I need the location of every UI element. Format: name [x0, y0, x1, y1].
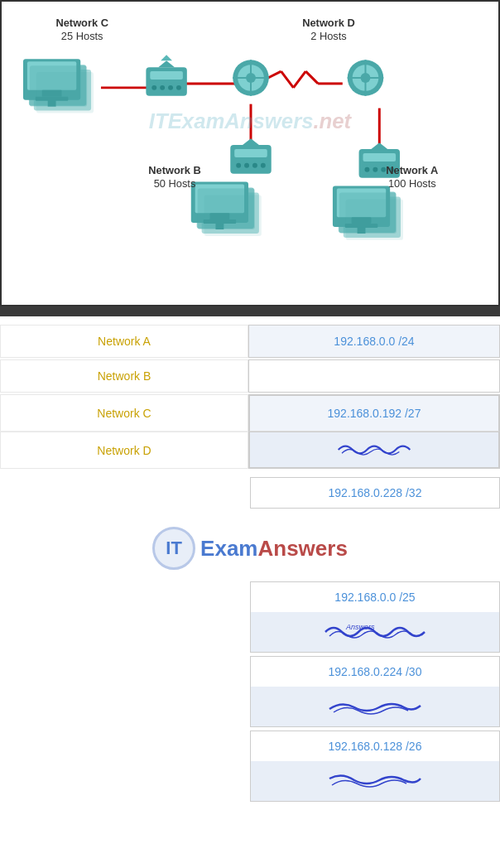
svg-point-48 — [381, 167, 386, 172]
extra-answer-2-scribble: Answers — [251, 612, 499, 652]
svg-point-23 — [168, 85, 173, 90]
svg-point-21 — [151, 85, 156, 90]
extra-answer-3-text: 192.168.0.224 /30 — [251, 657, 499, 687]
logo-it-text: IT — [166, 538, 182, 559]
svg-point-36 — [361, 73, 371, 83]
answer-network-b — [248, 359, 500, 393]
svg-point-31 — [246, 73, 256, 83]
svg-text:50 Hosts: 50 Hosts — [154, 177, 196, 190]
svg-text:ITExamAnswers.net: ITExamAnswers.net — [149, 109, 353, 133]
svg-text:Network D: Network D — [302, 17, 355, 29]
svg-text:Answers: Answers — [345, 623, 375, 631]
svg-rect-45 — [363, 153, 397, 162]
extra-answer-3-scribble — [251, 687, 499, 726]
label-network-d: Network D — [0, 432, 248, 469]
extra-answer-1-text: 192.168.0.228 /32 — [251, 478, 499, 508]
answer-network-d-scribble — [249, 432, 499, 468]
svg-text:Network C: Network C — [55, 17, 108, 29]
svg-rect-68 — [346, 199, 403, 239]
logo-it-circle: IT — [152, 527, 195, 570]
svg-rect-18 — [36, 72, 94, 113]
logo-examanswers: ExamAnswers — [200, 536, 348, 562]
diagram-svg: Network C 25 Hosts Network D 2 Hosts Net… — [2, 2, 498, 305]
separator-bar — [0, 306, 500, 316]
svg-point-22 — [160, 85, 165, 90]
quiz-row-network-b: Network B — [0, 359, 500, 393]
svg-rect-38 — [234, 149, 267, 157]
scribble-4 — [325, 769, 425, 793]
svg-rect-20 — [150, 71, 183, 80]
extra-answer-2-text: 192.168.0.0 /25 — [251, 582, 499, 612]
scribble-3 — [325, 694, 425, 719]
svg-text:Network B: Network B — [148, 164, 201, 176]
label-network-a: Network A — [0, 325, 248, 358]
svg-point-46 — [364, 167, 369, 172]
svg-text:25 Hosts: 25 Hosts — [61, 30, 103, 42]
quiz-row-network-a: Network A 192.168.0.0 /24 — [0, 325, 500, 358]
answer-network-c: 192.168.0.192 /27 — [249, 395, 499, 432]
svg-point-47 — [373, 167, 377, 172]
label-network-c: Network C — [0, 394, 248, 432]
network-diagram: Network C 25 Hosts Network D 2 Hosts Net… — [0, 0, 500, 306]
svg-text:Network A: Network A — [386, 164, 438, 176]
answer-network-a: 192.168.0.0 /24 — [248, 325, 500, 358]
extra-answer-4-text: 192.168.0.128 /26 — [251, 731, 499, 761]
svg-text:100 Hosts: 100 Hosts — [388, 177, 436, 190]
svg-text:2 Hosts: 2 Hosts — [310, 30, 347, 42]
extra-answer-2-container: 192.168.0.0 /25 Answers — [250, 581, 500, 653]
extra-answer-4-scribble — [251, 761, 499, 801]
svg-point-40 — [244, 163, 249, 168]
svg-point-42 — [261, 163, 266, 168]
quiz-area: Network A 192.168.0.0 /24 Network B Netw… — [0, 316, 500, 813]
logo-answers-text: Answers — [258, 536, 348, 561]
scribble-network-d — [325, 439, 424, 461]
label-network-b: Network B — [0, 359, 248, 393]
spacer1 — [0, 470, 500, 477]
extra-answer-1-container: 192.168.0.228 /32 — [250, 477, 500, 509]
svg-rect-59 — [204, 195, 262, 235]
extra-answer-3-container: 192.168.0.224 /30 — [250, 656, 500, 727]
extra-answer-4-container: 192.168.0.128 /26 — [250, 731, 500, 802]
scribble-2: Answers — [321, 620, 429, 644]
svg-point-24 — [176, 85, 181, 90]
svg-point-41 — [252, 163, 257, 168]
svg-point-39 — [236, 163, 241, 168]
quiz-row-network-c: Network C Network D 192.168.0.192 /27 — [0, 394, 500, 469]
logo-exam-text: Exam — [200, 536, 257, 561]
logo-area: IT ExamAnswers — [0, 512, 500, 581]
